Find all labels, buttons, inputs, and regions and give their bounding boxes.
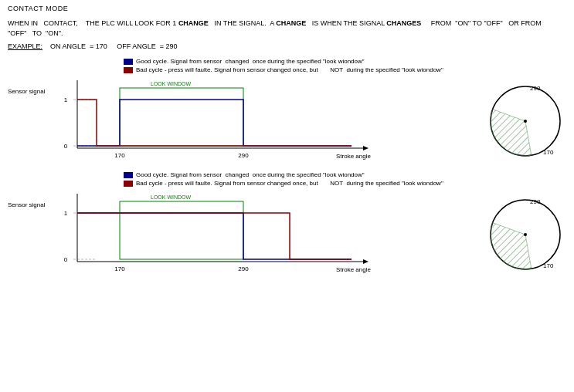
bottom-bad-text: Bad cycle - press will faulte. Signal fr… <box>136 180 443 187</box>
bottom-y-label: Sensor signal <box>8 201 45 208</box>
top-legend: Good cycle. Signal from sensor changed o… <box>124 58 479 73</box>
top-good-text: Good cycle. Signal from sensor changed o… <box>136 58 365 65</box>
top-circle-170: 170 <box>543 149 554 156</box>
bottom-diagram-section: Good cycle. Signal from sensor changed o… <box>8 171 566 279</box>
bottom-blue-signal <box>77 213 352 259</box>
top-diagram-section: Good cycle. Signal from sensor changed o… <box>8 58 566 165</box>
bottom-legend-signal: Good cycle. Signal from sensor changed o… <box>8 171 479 279</box>
top-stroke-angle-label: Stroke angle <box>336 153 371 160</box>
top-bad-text: Bad cycle - press will faulte. Signal fr… <box>136 66 443 73</box>
bottom-circle-170: 170 <box>543 262 554 269</box>
example-text: ON ANGLE = 170 OFF ANGLE = 290 <box>45 42 178 50</box>
bottom-bad-color <box>124 181 133 187</box>
svg-rect-0 <box>120 88 243 146</box>
bottom-chart-container: Sensor signal LOOK WINDOW 1 0 <box>8 190 479 279</box>
top-circle-svg: 290 170 <box>485 81 566 162</box>
top-red-signal <box>77 100 352 146</box>
svg-rect-8 <box>120 201 243 259</box>
top-circle-290: 290 <box>530 85 541 92</box>
bottom-look-window-label: LOOK WINDOW <box>151 194 192 200</box>
bottom-legend-good: Good cycle. Signal from sensor changed o… <box>124 171 479 178</box>
top-y-label: Sensor signal <box>8 88 45 95</box>
svg-point-7 <box>524 120 527 123</box>
bottom-chart-svg: LOOK WINDOW 1 0 <box>50 190 375 279</box>
top-0-label: 0 <box>64 143 68 150</box>
top-blue-signal <box>77 100 352 146</box>
top-x-arrow <box>363 146 369 150</box>
bottom-1-label: 1 <box>64 210 68 217</box>
top-circle-container: 290 170 <box>485 81 566 164</box>
bottom-circle-290: 290 <box>530 198 541 205</box>
top-legend-good: Good cycle. Signal from sensor changed o… <box>124 58 479 65</box>
bottom-x-170: 170 <box>114 265 125 272</box>
top-1-label: 1 <box>64 96 68 103</box>
bottom-circle-svg: 290 170 <box>485 194 566 275</box>
top-chart-svg: LOOK WINDOW 1 0 <box>50 76 375 165</box>
top-look-window-label: LOOK WINDOW <box>151 81 192 86</box>
page-title: CONTACT MODE <box>8 5 566 12</box>
bottom-stroke-angle-label: Stroke angle <box>336 266 371 273</box>
bottom-good-color <box>124 172 133 178</box>
example-label: EXAMPLE: <box>8 42 42 50</box>
bottom-red-signal <box>77 213 352 259</box>
svg-point-15 <box>524 233 527 236</box>
top-legend-bad: Bad cycle - press will faulte. Signal fr… <box>124 66 479 73</box>
bottom-x-290: 290 <box>238 265 249 272</box>
description-text: WHEN IN CONTACT, THE PLC WILL LOOK FOR 1… <box>8 19 564 38</box>
bottom-legend-bad: Bad cycle - press will faulte. Signal fr… <box>124 180 479 187</box>
example-line: EXAMPLE: ON ANGLE = 170 OFF ANGLE = 290 <box>8 42 566 50</box>
top-good-color <box>124 59 133 65</box>
bottom-legend: Good cycle. Signal from sensor changed o… <box>124 171 479 187</box>
bottom-circle-container: 290 170 <box>485 194 566 277</box>
page-container: CONTACT MODE WHEN IN CONTACT, THE PLC WI… <box>0 0 574 289</box>
top-legend-signal: Good cycle. Signal from sensor changed o… <box>8 58 479 165</box>
top-bad-color <box>124 67 133 73</box>
bottom-0-label: 0 <box>64 256 68 263</box>
bottom-good-text: Good cycle. Signal from sensor changed o… <box>136 171 365 178</box>
top-x-290: 290 <box>238 152 249 159</box>
bottom-sector <box>491 223 532 269</box>
bottom-x-arrow <box>363 259 369 264</box>
top-chart-container: Sensor signal LOOK WINDOW 1 0 <box>8 76 479 165</box>
top-sector <box>491 110 532 156</box>
top-x-170: 170 <box>114 152 125 159</box>
